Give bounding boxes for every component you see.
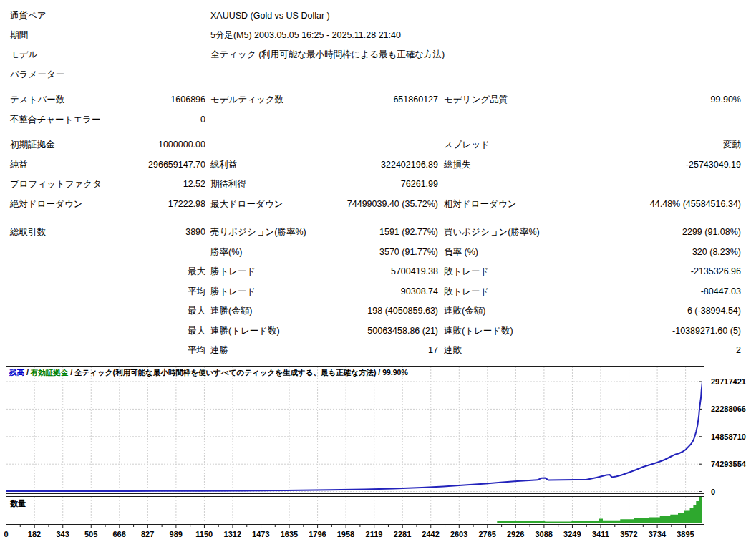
stats-cell-label: 絶対ドローダウン [10,195,125,215]
stats-cell-value: 99.90% [587,90,741,110]
stats-row: 絶対ドローダウン17222.98最大ドローダウン74499039.40 (35.… [10,195,741,215]
stats-cell-value: 44.48% (45584516.34) [587,195,741,215]
stats-cell-label: 売りポジション(勝率%) [210,223,341,243]
y-axis-label: 22288066 [711,405,755,413]
stats-cell-value: 2299 (91.08%) [587,223,741,243]
stats-cell-value: 651860127 [341,90,438,110]
stats-cell-value: 17 [341,341,438,361]
stats-cell-label: 勝率(%) [210,243,341,263]
x-axis-label: 1796 [301,530,333,538]
stats-cell-value: 0 [125,110,205,130]
stats-cell-label [210,110,341,130]
stats-cell-label: 勝トレード [210,262,341,282]
lots-chart-svg [6,497,702,523]
x-axis-label: 3895 [669,530,701,538]
stats-cell-value: 76261.99 [341,175,438,195]
stats-cell-label [10,341,125,361]
model-value: 全ティック (利用可能な最小時間枠による最も正確な方法) [210,49,445,60]
stats-cell-value: 296659147.70 [125,155,205,175]
stats-cell-label [10,243,125,263]
stats-cell-value: 3570 (91.77%) [341,243,438,263]
stats-cell-value: 322402196.89 [341,155,438,175]
x-axis-label: 343 [47,530,79,538]
stats-cell-label: 連敗(金額) [444,301,587,321]
meta-row-period: 期間5分足(M5) 2003.05.05 16:25 - 2025.11.28 … [10,29,401,41]
parameters-label: パラメーター [10,69,210,80]
stats-row: 最大勝トレード5700419.38敗トレード-2135326.96 [10,262,741,282]
stats-cell-label: 総取引数 [10,223,125,243]
x-axis-label: 2926 [500,530,531,538]
stats-cell-label [10,262,125,282]
balance-chart-panel: 残高 / 有効証拠金 / 全ティック(利用可能な最小時間枠を使いすべてのティック… [6,366,704,494]
stats-cell-value: 最大 [125,301,205,321]
stats-cell-value [341,135,438,155]
stats-cell-value: 平均 [125,282,205,302]
stats-cell-value: 3890 [125,223,205,243]
stats-cell-label [10,282,125,302]
stats-cell-value [587,110,741,130]
stats-cell-label: スプレッド [444,135,587,155]
stats-cell-label: プロフィットファクタ [10,175,125,195]
stats-cell-label: 総利益 [210,155,341,175]
stats-cell-label: 最大ドローダウン [210,195,341,215]
meta-row-model: モデル全ティック (利用可能な最小時間枠による最も正確な方法) [10,49,445,60]
stats-cell-label: モデルティック数 [210,90,341,110]
x-axis-label: 989 [160,530,192,538]
stats-cell-value: 74499039.40 (35.72%) [341,195,438,215]
stats-cell-value: 1000000.00 [125,135,205,155]
x-axis-label: 2442 [415,530,447,538]
stats-cell-label: 不整合チャートエラー [10,110,125,130]
stats-cell-value: 198 (4050859.63) [341,301,438,321]
x-axis-label: 827 [132,530,163,538]
stats-cell-value: 12.52 [125,175,205,195]
legend-balance: 残高 [9,368,24,377]
x-axis-label: 2281 [387,530,418,538]
x-axis-label: 1150 [188,530,220,538]
period-value: 5分足(M5) 2003.05.05 16:25 - 2025.11.28 21… [210,29,401,41]
stats-cell-value: 最大 [125,262,205,282]
stats-row: プロフィットファクタ12.52期待利得76261.99 [10,175,741,195]
legend-equity: 有効証拠金 [31,368,69,377]
stats-row: 平均連勝17連敗2 [10,341,741,361]
stats-cell-label: 初期証拠金 [10,135,125,155]
legend-text: / 全ティック(利用可能な最小時間枠を使いすべてのティックを生成する、最も正確な… [68,368,408,377]
stats-row: 平均勝トレード90308.74敗トレード-80447.03 [10,282,741,302]
stats-cell-value: 2 [587,341,741,361]
stats-cell-value: 17222.98 [125,195,205,215]
symbol-value: XAUUSD (Gold vs US Dollar ) [210,10,330,21]
x-axis-label: 182 [19,530,50,538]
x-axis-label: 3572 [613,530,644,538]
stats-cell-label: 連敗(トレード数) [444,321,587,342]
stats-cell-value: 1591 (92.77%) [341,223,438,243]
stats-cell-label: 純益 [10,155,125,175]
stats-cell-value: 90308.74 [341,282,438,302]
x-axis-label: 3249 [556,530,588,538]
stats-cell-label: 連勝 [210,341,341,361]
y-axis-label: 74293554 [711,460,755,468]
x-axis-label: 666 [104,530,135,538]
stats-cell-label [444,110,587,130]
stats-row: 純益296659147.70総利益322402196.89総損失-2574304… [10,155,741,175]
stats-cell-label: 期待利得 [210,175,341,195]
stats-cell-value: 50063458.86 (21) [341,321,438,342]
x-axis-label: 3734 [641,530,673,538]
meta-row-symbol: 通貨ペアXAUUSD (Gold vs US Dollar ) [10,10,330,21]
y-axis-label: 29717421 [711,377,755,386]
stats-cell-label: モデリング品質 [444,90,587,110]
stats-cell-label [10,301,125,321]
stats-row: 最大連勝(金額)198 (4050859.63)連敗(金額)6 (-38994.… [10,301,741,321]
chart-legend: 残高 / 有効証拠金 / 全ティック(利用可能な最小時間枠を使いすべてのティック… [9,368,408,378]
stats-row: 不整合チャートエラー0 [10,110,741,130]
stats-cell-value: 320 (8.23%) [587,243,741,263]
x-axis-label: 1958 [330,530,362,538]
stats-cell-label: 相対ドローダウン [444,195,587,215]
stats-cell-value: -25743049.19 [587,155,741,175]
stats-cell-value: 最大 [125,321,205,342]
x-axis-label: 2603 [443,530,475,538]
period-label: 期間 [10,29,210,41]
lots-chart-panel: 数量 [6,496,704,525]
symbol-label: 通貨ペア [10,10,210,21]
stats-cell-value: 5700419.38 [341,262,438,282]
stats-row: 勝率(%)3570 (91.77%)負率 (%)320 (8.23%) [10,243,741,263]
x-axis-label: 3088 [528,530,560,538]
